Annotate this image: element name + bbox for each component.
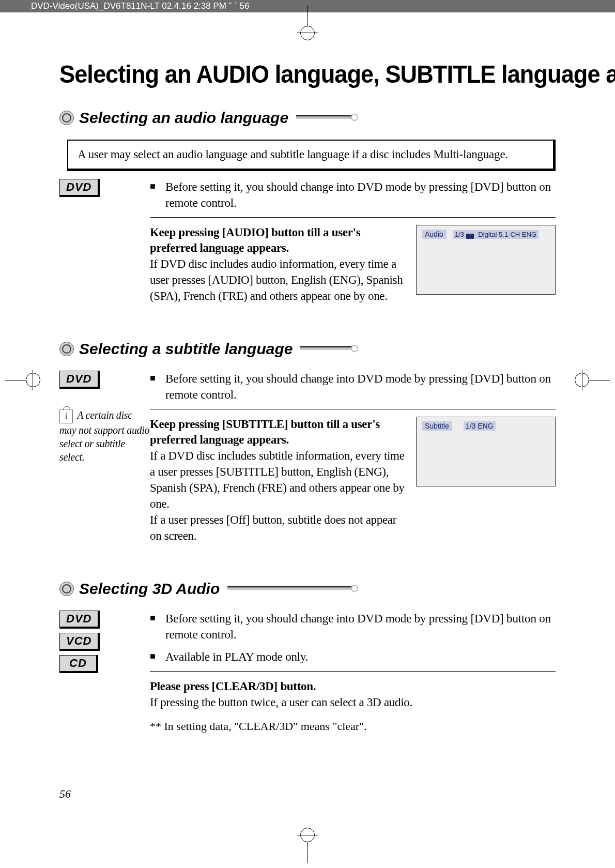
footnote-3d: ** In setting data, "CLEAR/3D" means "cl… bbox=[150, 720, 556, 733]
crop-mark-top bbox=[300, 5, 315, 36]
section-heading-audio: Selecting an audio language bbox=[79, 109, 288, 127]
tip-note: A certain disc may not support audio sel… bbox=[59, 408, 150, 464]
note-3d-2: Available in PLAY mode only. bbox=[150, 649, 556, 665]
badge-cd: CD bbox=[59, 655, 98, 673]
crop-mark-left bbox=[5, 372, 36, 388]
osd-label-subtitle: Subtitle bbox=[422, 421, 452, 431]
tip-text: A certain disc may not support audio sel… bbox=[59, 409, 149, 463]
instruction-bold-subtitle: Keep pressing [SUBTITLE] button till a u… bbox=[150, 417, 406, 448]
osd-value-audio: 1/3 Digital 5.1-CH ENG bbox=[453, 230, 539, 239]
badge-dvd: DVD bbox=[59, 179, 100, 197]
instruction-body-subtitle: If a DVD disc includes subtitle informat… bbox=[150, 448, 406, 512]
section-bullet-icon bbox=[59, 111, 74, 125]
section-heading-subtitle: Selecting a subtitle language bbox=[79, 340, 293, 358]
note-audio: Before setting it, you should change int… bbox=[150, 179, 556, 211]
instruction-body-3d: If pressing the button twice, a user can… bbox=[150, 694, 556, 710]
crop-mark-right bbox=[579, 372, 610, 388]
divider bbox=[150, 217, 556, 218]
instruction-body2-subtitle: If a user presses [Off] button, subtitle… bbox=[150, 512, 406, 544]
heading-rule bbox=[296, 115, 354, 121]
badge-vcd: VCD bbox=[59, 633, 100, 651]
instruction-body-audio: If DVD disc includes audio information, … bbox=[150, 256, 406, 304]
badge-dvd: DVD bbox=[59, 611, 100, 629]
badge-dvd: DVD bbox=[59, 371, 100, 389]
instruction-bold-3d: Please press [CLEAR/3D] button. bbox=[150, 679, 556, 694]
divider bbox=[150, 409, 556, 409]
heading-rule bbox=[300, 346, 354, 352]
section-bullet-icon bbox=[59, 582, 74, 596]
heading-rule bbox=[227, 586, 354, 592]
crop-mark-bottom bbox=[300, 832, 315, 863]
intro-box: A user may select an audio language and … bbox=[67, 140, 556, 171]
osd-box-subtitle: Subtitle 1/3 ENG bbox=[416, 417, 556, 486]
section-heading-3d: Selecting 3D Audio bbox=[79, 580, 220, 598]
osd-box-audio: Audio 1/3 Digital 5.1-CH ENG bbox=[416, 225, 556, 295]
section-bullet-icon bbox=[59, 342, 74, 356]
main-title: Selecting an AUDIO language, SUBTITLE la… bbox=[59, 59, 516, 88]
dolby-icon bbox=[466, 232, 476, 238]
instruction-bold-audio: Keep pressing [AUDIO] button till a user… bbox=[150, 225, 406, 256]
divider bbox=[150, 671, 556, 672]
osd-label-audio: Audio bbox=[422, 230, 447, 239]
osd-suffix: Digital 5.1-CH ENG bbox=[478, 231, 536, 238]
page-number: 56 bbox=[59, 787, 71, 801]
tip-icon bbox=[59, 409, 73, 423]
note-3d-1: Before setting it, you should change int… bbox=[150, 611, 556, 643]
osd-value-subtitle: 1/3 ENG bbox=[464, 421, 496, 431]
osd-prefix: 1/3 bbox=[455, 231, 464, 238]
intro-text: A user may select an audio language and … bbox=[68, 141, 553, 169]
note-subtitle: Before setting it, you should change int… bbox=[150, 371, 556, 403]
